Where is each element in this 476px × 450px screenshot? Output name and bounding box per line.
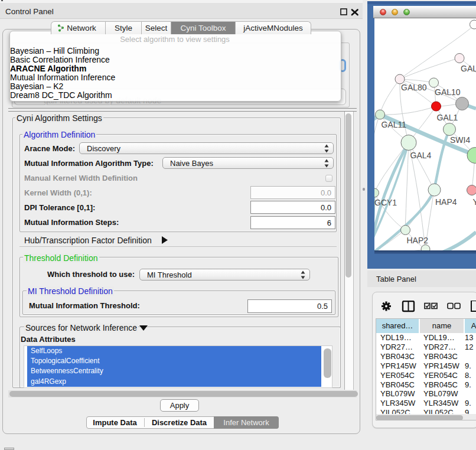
svg-text:HAP4: HAP4 (435, 197, 457, 207)
svg-text:GCY1: GCY1 (374, 198, 397, 207)
svg-text:GAL1: GAL1 (437, 113, 458, 122)
svg-text:GAL80: GAL80 (401, 83, 427, 92)
svg-text:SWI4: SWI4 (450, 135, 470, 145)
svg-text:GAL10: GAL10 (435, 87, 461, 97)
svg-text:GAL11: GAL11 (382, 120, 407, 129)
svg-text:GAL8: GAL8 (461, 64, 476, 73)
svg-text:Y: Y (473, 197, 476, 207)
svg-text:HAP2: HAP2 (407, 236, 429, 245)
svg-text:GAL4: GAL4 (410, 151, 432, 160)
